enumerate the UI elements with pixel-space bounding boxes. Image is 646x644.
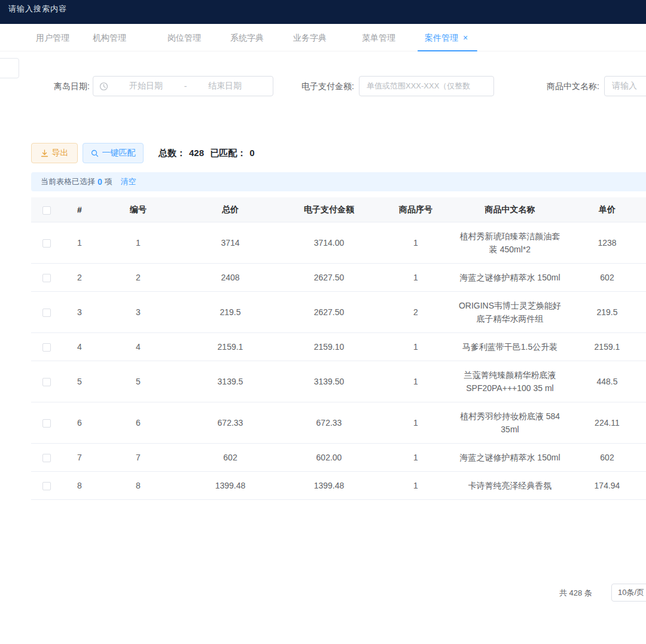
match-stats: 总数：428 已匹配：0 xyxy=(159,143,258,163)
selection-suffix: 项 xyxy=(105,176,112,187)
cell-code: 1 xyxy=(97,229,179,257)
cell-index: 5 xyxy=(62,368,97,395)
row-checkbox-cell xyxy=(31,264,62,291)
tab-label: 业务字典 xyxy=(293,33,327,42)
table-row: 77602602.001海蓝之谜修护精萃水 150ml602 xyxy=(31,444,646,472)
row-checkbox-cell xyxy=(31,229,62,257)
column-header: # xyxy=(62,205,97,215)
cell-total: 672.33 xyxy=(179,409,281,437)
row-checkbox[interactable] xyxy=(42,239,51,248)
cell-total: 2408 xyxy=(179,264,281,291)
row-checkbox[interactable] xyxy=(42,454,51,462)
pagination-total: 共 428 条 xyxy=(559,584,592,602)
cell-index: 8 xyxy=(62,472,97,499)
cell-seq: 1 xyxy=(377,333,455,361)
row-checkbox[interactable] xyxy=(42,419,51,428)
product-name-input[interactable]: 请输入 xyxy=(604,76,646,96)
cell-code: 6 xyxy=(97,409,179,437)
product-name-placeholder: 请输入 xyxy=(612,81,637,91)
cell-code: 7 xyxy=(97,444,179,471)
cell-seq: 2 xyxy=(377,298,455,326)
cell-epay: 602.00 xyxy=(281,444,377,471)
cell-seq: 1 xyxy=(377,229,455,257)
date-filter-label: 离岛日期: xyxy=(36,76,90,96)
tab-2[interactable]: 机构管理 xyxy=(93,24,126,51)
page: 请输入搜索内容 用户管理机构管理岗位管理系统字典业务字典菜单管理案件管理× 离岛… xyxy=(0,0,646,644)
cell-name: 兰蔻菁纯臻颜精华粉底液SPF20PA+++100 35 ml xyxy=(455,361,565,402)
table-body: 1137143714.001植村秀新琥珀臻萃洁颜油套装 450ml*212382… xyxy=(31,222,646,500)
table-row: 442159.12159.101马爹利蓝带干邑1.5公升装2159.1 xyxy=(31,333,646,361)
one-click-match-button[interactable]: 一键匹配 xyxy=(83,143,144,163)
cell-code: 8 xyxy=(97,472,179,499)
cell-code: 4 xyxy=(97,333,179,361)
row-checkbox[interactable] xyxy=(42,343,51,352)
tab-label: 案件管理 xyxy=(425,33,458,42)
cell-unit: 224.11 xyxy=(565,409,646,437)
cell-index: 2 xyxy=(62,264,97,291)
table-row: 1137143714.001植村秀新琥珀臻萃洁颜油套装 450ml*21238 xyxy=(31,222,646,264)
tab-label: 机构管理 xyxy=(93,33,126,42)
row-checkbox-cell xyxy=(31,409,62,437)
table-row: 33219.52627.502ORIGINS韦博士灵芝焕能好底子精华水两件组21… xyxy=(31,292,646,333)
row-checkbox-cell xyxy=(31,444,62,471)
epay-amount-input[interactable]: 单值或范围XXX-XXX（仅整数 xyxy=(359,76,494,96)
cell-unit: 174.94 xyxy=(565,472,646,499)
cell-unit: 219.5 xyxy=(565,298,646,326)
cell-unit: 1238 xyxy=(565,229,646,257)
row-checkbox-cell xyxy=(31,298,62,326)
tab-6[interactable]: 菜单管理 xyxy=(362,24,395,51)
cell-index: 4 xyxy=(62,333,97,361)
cell-total: 3714 xyxy=(179,229,281,257)
selection-count: 0 xyxy=(97,177,102,187)
cell-total: 602 xyxy=(179,444,281,471)
export-button-label: 导出 xyxy=(52,148,69,158)
cell-name: 植村秀羽纱持妆粉底液 584 35ml xyxy=(455,402,565,443)
cell-total: 1399.48 xyxy=(179,472,281,499)
tab-label: 菜单管理 xyxy=(362,33,395,42)
cell-epay: 1399.48 xyxy=(281,472,377,499)
tab-label: 系统字典 xyxy=(230,33,264,42)
table-row: 553139.53139.501兰蔻菁纯臻颜精华粉底液SPF20PA+++100… xyxy=(31,361,646,402)
close-tab-icon[interactable]: × xyxy=(463,33,468,42)
tab-4[interactable]: 系统字典 xyxy=(230,24,264,51)
tab-5[interactable]: 业务字典 xyxy=(293,24,327,51)
selection-prefix: 当前表格已选择 xyxy=(41,176,95,187)
cell-seq: 1 xyxy=(377,444,455,471)
tab-7[interactable]: 案件管理× xyxy=(425,24,468,51)
cell-name: 卡诗菁纯亮泽经典香氛 xyxy=(455,472,565,499)
row-checkbox-cell xyxy=(31,333,62,361)
row-checkbox[interactable] xyxy=(42,309,51,317)
page-size-select[interactable]: 10条/页 xyxy=(611,584,646,602)
export-button[interactable]: 导出 xyxy=(31,143,78,163)
global-search-input[interactable]: 请输入搜索内容 xyxy=(8,4,67,14)
row-checkbox-cell xyxy=(31,472,62,499)
cell-total: 2159.1 xyxy=(179,333,281,361)
start-date-placeholder[interactable]: 开始日期 xyxy=(114,81,178,91)
cell-epay: 2627.50 xyxy=(281,264,377,291)
tab-1[interactable]: 用户管理 xyxy=(36,24,69,51)
header-checkbox-cell xyxy=(31,205,62,214)
end-date-placeholder[interactable]: 结束日期 xyxy=(193,81,257,91)
page-size-value: 10条/页 xyxy=(618,587,644,598)
column-header: 总价 xyxy=(179,205,281,215)
tab-label: 用户管理 xyxy=(36,33,69,42)
row-checkbox[interactable] xyxy=(42,482,51,490)
column-header: 商品中文名称 xyxy=(455,205,565,215)
date-range-picker[interactable]: 开始日期 - 结束日期 xyxy=(93,76,273,96)
cell-index: 1 xyxy=(62,229,97,257)
select-all-checkbox[interactable] xyxy=(42,206,51,215)
row-checkbox[interactable] xyxy=(42,378,51,386)
cell-total: 3139.5 xyxy=(179,368,281,395)
row-checkbox[interactable] xyxy=(42,274,51,282)
cell-epay: 3714.00 xyxy=(281,229,377,257)
clear-selection-link[interactable]: 清空 xyxy=(121,176,136,187)
cell-seq: 1 xyxy=(377,472,455,499)
cell-name: ORIGINS韦博士灵芝焕能好底子精华水两件组 xyxy=(455,292,565,332)
tab-label: 岗位管理 xyxy=(167,33,201,42)
cell-total: 219.5 xyxy=(179,298,281,326)
case-table: #编号总价电子支付金额商品序号商品中文名称单价 1137143714.001植村… xyxy=(31,197,646,541)
cell-seq: 1 xyxy=(377,409,455,437)
cell-unit: 448.5 xyxy=(565,368,646,395)
tab-3[interactable]: 岗位管理 xyxy=(167,24,201,51)
cell-name: 海蓝之谜修护精萃水 150ml xyxy=(455,264,565,291)
